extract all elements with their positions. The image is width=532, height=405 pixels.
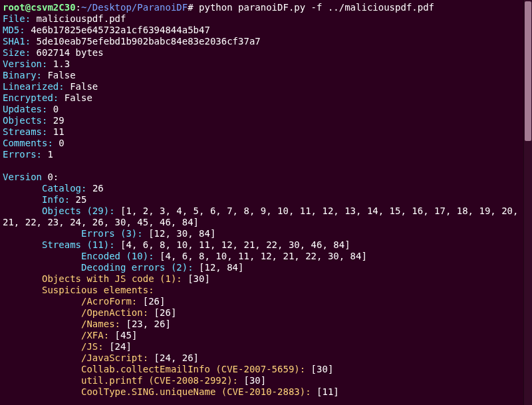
indent	[3, 228, 81, 239]
prompt-sep: :	[76, 2, 81, 13]
objects-label: Objects:	[3, 115, 47, 126]
prompt-path: ~/Desktop/ParanoiDF	[81, 2, 188, 13]
indent	[3, 307, 81, 318]
indent	[3, 285, 42, 295]
encrypted-value: False	[59, 92, 92, 103]
encoded-value: [4, 6, 8, 10, 11, 12, 21, 22, 30, 84]	[154, 251, 367, 261]
scrollbar-track[interactable]	[523, 0, 532, 405]
decerr-value: [12, 84]	[194, 262, 244, 273]
linearized-label: Linearized:	[3, 81, 65, 92]
indent	[3, 386, 81, 397]
susp-label: Suspicious elements:	[42, 285, 154, 295]
streams-value: 11	[47, 126, 64, 137]
streams11-label: Streams (11):	[42, 239, 115, 250]
comments-value: 0	[53, 138, 65, 148]
errors-value: 1	[42, 149, 53, 160]
prompt-user: root@csvm2C30	[3, 2, 76, 13]
indent	[3, 205, 42, 216]
scrollbar-thumb[interactable]	[525, 1, 531, 141]
indent	[3, 183, 42, 194]
file-value: maliciouspdf.pdf	[31, 13, 126, 24]
javascript-value: [24, 26]	[148, 352, 199, 363]
acroform-label: /AcroForm:	[81, 296, 137, 307]
version-block-label: Version	[3, 172, 42, 182]
objects-value: 29	[47, 115, 64, 126]
updates-label: Updates:	[3, 104, 47, 114]
binary-value: False	[42, 70, 76, 80]
indent	[3, 262, 81, 273]
xfa-label: /XFA:	[81, 330, 109, 340]
javascript-label: /JavaScript:	[81, 352, 148, 363]
errors3-value: [12, 30, 84]	[143, 228, 216, 239]
md5-value: 4e6b17825e645732a1cf6394844a5b47	[25, 25, 210, 35]
util-label: util.printf (CVE-2008-2992):	[81, 375, 238, 386]
size-label: Size:	[3, 47, 31, 58]
cooltype-value: [11]	[311, 386, 339, 397]
indent	[3, 251, 81, 261]
updates-value: 0	[47, 104, 59, 114]
indent	[3, 352, 81, 363]
indent	[3, 341, 81, 352]
prompt-hash: #	[188, 2, 193, 13]
js-value: [24]	[104, 341, 132, 352]
file-label: File:	[3, 13, 31, 24]
js-label: /JS:	[81, 341, 104, 352]
streams-label: Streams:	[3, 126, 47, 137]
indent	[3, 319, 81, 329]
version-value: 1.3	[47, 59, 70, 69]
command-text: python paranoiDF.py -f ../maliciouspdf.p…	[194, 2, 434, 13]
md5-label: MD5:	[3, 25, 25, 35]
cooltype-label: CoolType.SING.uniqueName (CVE-2010-2883)…	[81, 386, 311, 397]
indent	[3, 364, 81, 374]
binary-label: Binary:	[3, 70, 42, 80]
indent	[3, 194, 42, 205]
size-value: 602714 bytes	[31, 47, 104, 58]
indent	[3, 296, 81, 307]
indent	[3, 239, 42, 250]
objects29-label: Objects (29):	[42, 205, 115, 216]
comments-label: Comments:	[3, 138, 53, 148]
version-label: Version:	[3, 59, 47, 69]
indent	[3, 375, 81, 386]
terminal-window[interactable]: root@csvm2C30:~/Desktop/ParanoiDF# pytho…	[0, 0, 532, 405]
info-value: 25	[70, 194, 86, 205]
catalog-value: 26	[86, 183, 103, 194]
info-label: Info:	[42, 194, 70, 205]
version-block-value: 0:	[42, 172, 59, 182]
collab-label: Collab.collectEmailInfo (CVE-2007-5659):	[81, 364, 305, 374]
jsobj-value: [30]	[182, 273, 210, 284]
catalog-label: Catalog:	[42, 183, 86, 194]
xfa-value: [45]	[109, 330, 137, 340]
sha1-label: SHA1:	[3, 36, 31, 47]
encoded-label: Encoded (10):	[81, 251, 154, 261]
sha1-value: 5de10eab75efebd1b902babc84e83e2036cf37a7	[31, 36, 261, 47]
linearized-value: False	[65, 81, 98, 92]
openaction-value: [26]	[148, 307, 176, 318]
jsobj-label: Objects with JS code (1):	[42, 273, 182, 284]
acroform-value: [26]	[137, 296, 165, 307]
streams11-value: [4, 6, 8, 10, 11, 12, 21, 22, 30, 46, 84…	[115, 239, 350, 250]
openaction-label: /OpenAction:	[81, 307, 148, 318]
indent	[3, 273, 42, 284]
names-label: /Names:	[81, 319, 120, 329]
decerr-label: Decoding errors (2):	[81, 262, 194, 273]
errors-label: Errors:	[3, 149, 42, 160]
util-value: [30]	[238, 375, 266, 386]
encrypted-label: Encrypted:	[3, 92, 59, 103]
errors3-label: Errors (3):	[81, 228, 143, 239]
names-value: [23, 26]	[120, 319, 171, 329]
indent	[3, 330, 81, 340]
collab-value: [30]	[305, 364, 333, 374]
